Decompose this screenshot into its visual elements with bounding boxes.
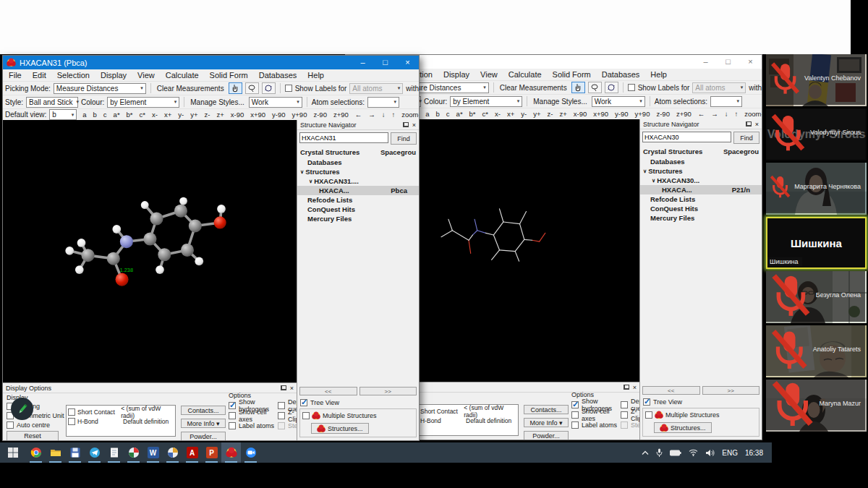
video-tile-volodymyr-sirous[interactable]: Volodymyr Sirous Volodymyr Sirous: [766, 108, 867, 160]
view-button[interactable]: z+: [213, 111, 226, 119]
structures-button[interactable]: Structures...: [311, 423, 369, 434]
taskbar-draw-app-2[interactable]: [163, 442, 182, 463]
close-panel-icon[interactable]: ×: [412, 121, 416, 129]
view-button[interactable]: x+90: [247, 111, 268, 119]
taskbar-explorer[interactable]: [46, 442, 65, 463]
taskbar-word[interactable]: W: [143, 442, 163, 463]
view-button[interactable]: y+90: [289, 111, 310, 119]
view-button[interactable]: b*: [124, 111, 136, 119]
view-button[interactable]: y-: [175, 111, 187, 119]
taskbar-acrobat[interactable]: A: [182, 442, 202, 463]
tree-item-conquest-hits[interactable]: ConQuest Hits: [297, 205, 419, 214]
start-button[interactable]: [0, 442, 26, 463]
contacts-button[interactable]: Contacts...: [181, 406, 226, 415]
view-button[interactable]: y-90: [269, 111, 288, 119]
multiple-structures-checkbox[interactable]: [645, 411, 652, 419]
view-button[interactable]: c: [443, 110, 453, 118]
view-button[interactable]: zoom-: [399, 111, 419, 119]
manage-styles-button[interactable]: Manage Styles...: [189, 98, 245, 106]
tree-view-checkbox[interactable]: [300, 399, 307, 406]
taskbar-mercury[interactable]: [221, 442, 241, 463]
volume-icon[interactable]: [705, 449, 715, 457]
close-panel-icon[interactable]: ×: [755, 121, 759, 128]
depth-cue-checkbox[interactable]: [278, 402, 285, 409]
show-labels-checkbox[interactable]: [285, 85, 292, 92]
view-button[interactable]: y+: [530, 110, 543, 118]
tree-item-mercury-files[interactable]: Mercury Files: [297, 214, 419, 223]
close-button[interactable]: ×: [739, 55, 762, 69]
lasso-select-icon[interactable]: [588, 82, 602, 93]
view-button[interactable]: z-: [544, 110, 556, 118]
battery-icon[interactable]: [670, 450, 681, 456]
tree-item-refcode-lists[interactable]: Refcode Lists: [640, 194, 762, 204]
lasso-select-icon[interactable]: [245, 82, 259, 94]
tree-item-refcode-family[interactable]: ∨HXACAN30...: [640, 176, 762, 185]
view-button[interactable]: →: [708, 110, 721, 118]
view-button[interactable]: z+90: [673, 110, 694, 118]
view-button[interactable]: y-: [518, 110, 529, 118]
atom-selections-select[interactable]: [710, 96, 742, 107]
close-button[interactable]: ×: [396, 56, 419, 69]
contacts-button[interactable]: Contacts...: [524, 405, 569, 414]
view-button[interactable]: z-90: [310, 111, 329, 119]
next-structure-button[interactable]: >>: [702, 386, 760, 395]
view-button[interactable]: z-: [201, 111, 213, 119]
tree-item-databases[interactable]: Databases: [640, 157, 762, 166]
powder-button[interactable]: Powder...: [181, 432, 226, 440]
find-button[interactable]: Find: [391, 132, 417, 145]
structure-tree[interactable]: Databases ∨Structures ∨HXACAN31.... HXAC…: [297, 158, 419, 384]
depth-cue-checkbox[interactable]: [621, 401, 628, 408]
default-view-select[interactable]: b: [49, 109, 77, 120]
view-button[interactable]: a: [422, 110, 432, 118]
reset-button[interactable]: Reset: [7, 431, 59, 440]
microphone-icon[interactable]: [656, 448, 663, 458]
view-button[interactable]: ↑: [732, 110, 741, 118]
auto-centre-checkbox[interactable]: [7, 421, 14, 429]
multiple-structures-checkbox[interactable]: [302, 412, 310, 419]
menu-help[interactable]: Help: [307, 71, 324, 80]
style-select[interactable]: Ball and Stick: [26, 97, 78, 108]
language-indicator[interactable]: ENG: [722, 449, 738, 457]
view-button[interactable]: y+90: [632, 110, 653, 118]
close-panel-icon[interactable]: ×: [633, 384, 637, 391]
video-tile-anatoliy-tatarets[interactable]: Anatoliy Tatarets: [766, 325, 867, 377]
next-structure-button[interactable]: >>: [359, 387, 417, 395]
view-button[interactable]: c: [101, 111, 110, 119]
view-button[interactable]: x+90: [590, 110, 611, 118]
view-button[interactable]: ←: [352, 111, 365, 119]
contacts-list[interactable]: Short Contact< (sum of vdW radii)H-BondD…: [409, 404, 519, 436]
taskbar-notes-app[interactable]: [104, 442, 124, 463]
show-hydrogens-checkbox[interactable]: [571, 401, 579, 408]
taskbar-powerpoint[interactable]: P: [202, 442, 221, 463]
picking-mode-select[interactable]: Measure Distances: [54, 83, 146, 94]
view-button[interactable]: ↓: [722, 110, 731, 118]
title-bar[interactable]: HXACAN31 (Pbca) – □ ×: [3, 56, 419, 69]
menu-solid-form[interactable]: Solid Form: [210, 71, 248, 80]
float-panel-icon[interactable]: [746, 121, 752, 127]
label-atoms-checkbox[interactable]: [571, 421, 579, 429]
menu-edit[interactable]: Edit: [33, 71, 46, 80]
view-button[interactable]: x-: [492, 110, 503, 118]
label-atoms-checkbox[interactable]: [229, 422, 236, 429]
pick-hand-icon[interactable]: [229, 82, 242, 94]
colour-select[interactable]: by Element: [107, 97, 179, 108]
tree-view-checkbox[interactable]: [643, 398, 650, 406]
view-button[interactable]: a: [80, 111, 89, 119]
rotate-mode-icon[interactable]: [262, 82, 276, 94]
video-tile-valentyn-chebanov[interactable]: Valentyn Chebanov: [766, 54, 867, 106]
z-clipping-checkbox[interactable]: [621, 411, 628, 419]
more-info-button[interactable]: More Info ▾: [181, 419, 226, 428]
structure-tree[interactable]: Databases ∨Structures ∨HXACAN30... HXACA…: [640, 157, 762, 383]
powder-button[interactable]: Powder...: [524, 431, 569, 440]
menu-view[interactable]: View: [137, 71, 155, 80]
taskbar-chrome[interactable]: [26, 442, 46, 463]
manage-styles-button[interactable]: Manage Styles...: [532, 98, 588, 106]
menu-selection[interactable]: Selection: [57, 71, 90, 80]
view-button[interactable]: x+: [504, 110, 517, 118]
menu-file[interactable]: File: [9, 71, 22, 80]
previous-structure-button[interactable]: <<: [642, 386, 700, 395]
show-labels-checkbox[interactable]: [628, 84, 635, 91]
minimize-button[interactable]: –: [352, 56, 374, 69]
contact-checkbox[interactable]: [68, 418, 75, 425]
tree-item-structures[interactable]: ∨Structures: [297, 167, 419, 176]
